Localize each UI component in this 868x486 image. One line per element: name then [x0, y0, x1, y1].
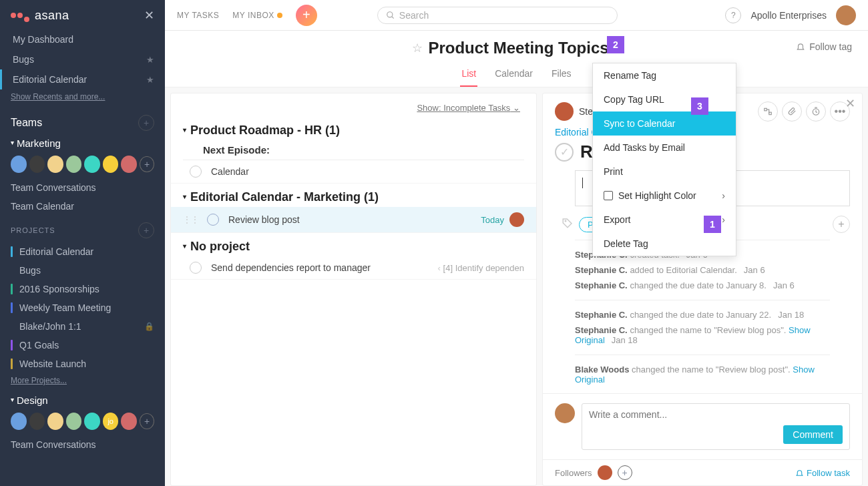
add-member-button[interactable]: + [140, 413, 154, 429]
menu-rename-tag[interactable]: Rename Tag [593, 63, 736, 87]
team-marketing[interactable]: ▾Marketing [0, 135, 165, 152]
design-conversations[interactable]: Team Conversations [0, 435, 165, 454]
project-weekly-meeting[interactable]: Weekly Team Meeting [0, 298, 165, 317]
comment-button[interactable]: Comment [783, 425, 843, 444]
caret-down-icon: ▾ [11, 396, 14, 403]
activity-item: Stephanie C. changed the due date to Jan… [575, 278, 830, 293]
follow-task-button[interactable]: Follow task [795, 468, 850, 478]
avatar[interactable] [121, 413, 137, 430]
menu-add-by-email[interactable]: Add Tasks by Email [593, 136, 736, 160]
add-tag-button[interactable]: + [833, 216, 850, 233]
complete-check-icon[interactable]: ✓ [555, 143, 574, 162]
avatar[interactable] [47, 413, 63, 430]
avatar[interactable] [66, 156, 82, 173]
add-team-button[interactable]: + [138, 115, 154, 131]
chevron-down-icon: ⌄ [513, 103, 520, 113]
current-user-avatar [555, 403, 575, 423]
avatar[interactable] [47, 156, 63, 173]
menu-sync-calendar[interactable]: Sync to Calendar [593, 111, 736, 136]
square-icon [604, 191, 613, 200]
my-inbox-link[interactable]: MY INBOX [232, 11, 282, 20]
team-calendar[interactable]: Team Calendar [0, 197, 165, 216]
sidebar-close-icon[interactable]: ✕ [144, 8, 154, 23]
teams-header: Teams + [0, 108, 165, 135]
chevron-right-icon: › [722, 214, 725, 225]
avatar[interactable] [29, 156, 45, 173]
add-project-button[interactable]: + [138, 222, 154, 238]
add-member-button[interactable]: + [140, 156, 154, 172]
nav-dashboard[interactable]: My Dashboard [0, 29, 165, 49]
more-projects-link[interactable]: More Projects... [0, 373, 165, 392]
section-editorial[interactable]: ▾Editorial Calendar - Marketing (1) [171, 184, 536, 207]
assignee-avatar [555, 102, 574, 121]
topbar: MY TASKS MY INBOX + Search ? Apollo Ente… [165, 0, 868, 31]
avatar[interactable] [11, 156, 27, 173]
menu-print[interactable]: Print [593, 160, 736, 184]
team-design[interactable]: ▾Design [0, 392, 165, 409]
lock-icon: 🔒 [144, 322, 154, 331]
project-editorial-calendar[interactable]: Editorial Calendar [0, 242, 165, 261]
tab-list[interactable]: List [460, 64, 477, 87]
avatar[interactable] [66, 413, 82, 430]
follower-avatar[interactable] [598, 465, 612, 480]
close-detail-icon[interactable]: ✕ [845, 96, 855, 111]
profile-avatar[interactable] [836, 5, 856, 25]
drag-handle-icon[interactable]: ⋮⋮ [183, 215, 199, 224]
assignee-avatar[interactable] [509, 212, 524, 227]
star-icon: ★ [146, 55, 154, 65]
avatar[interactable] [103, 156, 119, 173]
check-circle-icon[interactable] [207, 214, 219, 226]
show-recents-link[interactable]: Show Recents and more... [0, 89, 165, 108]
follow-tag-button[interactable]: Follow tag [796, 41, 852, 52]
attachment-icon[interactable] [782, 101, 802, 121]
asana-logo[interactable]: asana [11, 9, 69, 23]
check-circle-icon[interactable] [190, 262, 202, 274]
avatar[interactable] [84, 156, 100, 173]
tab-calendar[interactable]: Calendar [493, 64, 534, 87]
org-switcher[interactable]: Apollo Enterprises [750, 10, 827, 21]
tab-files[interactable]: Files [550, 64, 573, 87]
task-row[interactable]: ⋮⋮ Review blog post Today [171, 207, 536, 233]
sidebar: asana ✕ My Dashboard Bugs★ Editorial Cal… [0, 0, 165, 486]
help-icon[interactable]: ? [725, 7, 741, 23]
activity-item: Stephanie C. changed the due date to Jan… [575, 307, 830, 322]
avatar[interactable] [11, 413, 27, 430]
menu-copy-url[interactable]: Copy Tag URL [593, 87, 736, 111]
subtask-preview: ‹ [4] Identify dependen [438, 263, 524, 273]
nav-bugs[interactable]: Bugs★ [0, 49, 165, 69]
main: MY TASKS MY INBOX + Search ? Apollo Ente… [165, 0, 868, 486]
check-circle-icon[interactable] [190, 166, 202, 178]
project-sponsorships[interactable]: 2016 Sponsorships [0, 280, 165, 298]
svg-point-0 [387, 11, 393, 17]
section-no-project[interactable]: ▾No project [171, 233, 536, 256]
team-conversations[interactable]: Team Conversations [0, 178, 165, 197]
menu-highlight-color[interactable]: Set Highlight Color› [593, 184, 736, 208]
avatar[interactable] [84, 413, 100, 430]
notification-dot-icon [277, 13, 282, 18]
subtask-icon[interactable] [758, 101, 778, 121]
star-outline-icon[interactable]: ☆ [412, 41, 423, 55]
avatar[interactable]: jo [103, 413, 119, 430]
add-follower-button[interactable]: + [618, 465, 632, 480]
project-blake-john[interactable]: Blake/John 1:1🔒 [0, 317, 165, 336]
list-filter[interactable]: Show: Incomplete Tasks ⌄ [171, 103, 536, 117]
avatar[interactable] [29, 413, 45, 430]
page-header: ☆ Product Meeting Topics ⌄ Follow tag Li… [165, 31, 868, 87]
project-website-launch[interactable]: Website Launch [0, 354, 165, 373]
quick-add-button[interactable]: + [296, 5, 317, 26]
section-roadmap[interactable]: ▾Product Roadmap - HR (1) [171, 117, 536, 140]
nav-editorial-calendar[interactable]: Editorial Calendar★ [0, 69, 165, 89]
avatar[interactable] [121, 156, 137, 173]
activity-item: Stephanie C. added to Editorial Calendar… [575, 262, 830, 278]
task-row[interactable]: Send dependencies report to manager‹ [4]… [171, 256, 536, 280]
project-bugs[interactable]: Bugs [0, 261, 165, 280]
bell-icon [796, 42, 805, 51]
project-q1-goals[interactable]: Q1 Goals [0, 336, 165, 354]
timer-icon[interactable] [806, 101, 826, 121]
task-row[interactable]: Calendar [171, 160, 536, 184]
svg-rect-2 [765, 108, 767, 111]
search-input[interactable]: Search [377, 7, 618, 24]
my-tasks-link[interactable]: MY TASKS [177, 11, 219, 20]
menu-delete-tag[interactable]: Delete Tag [593, 232, 736, 256]
comment-input[interactable] [589, 409, 843, 420]
